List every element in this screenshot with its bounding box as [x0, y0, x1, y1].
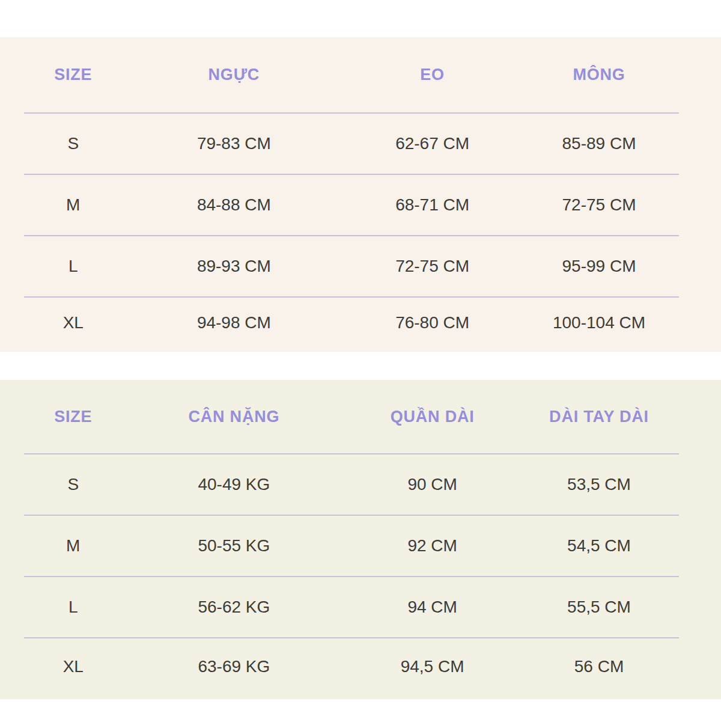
measurement-cell: 56 CM: [519, 638, 679, 695]
measurement-cell: 55,5 CM: [519, 577, 679, 638]
size-label: M: [24, 174, 123, 236]
size-label: M: [24, 515, 123, 577]
measurement-cell: 62-67 CM: [345, 113, 519, 174]
table-row-l: L 89-93 CM 72-75 CM 95-99 CM: [24, 236, 679, 297]
measurement-cell: 68-71 CM: [345, 174, 519, 236]
measurement-cell: 89-93 CM: [123, 236, 346, 297]
measurement-cell: 53,5 CM: [519, 454, 679, 515]
lower-size-chart-table: SIZE CÂN NẶNG QUẦN DÀI DÀI TAY DÀI S 40-…: [24, 380, 679, 695]
header-cell-chest: NGỰC: [123, 37, 346, 113]
table-row-l: L 56-62 KG 94 CM 55,5 CM: [24, 577, 679, 638]
upper-size-chart-table: SIZE NGỰC EO MÔNG S 79-83 CM 62-67 CM 85…: [24, 37, 679, 348]
table-row-s: S 79-83 CM 62-67 CM 85-89 CM: [24, 113, 679, 174]
measurement-cell: 92 CM: [345, 515, 519, 577]
header-cell-waist: EO: [345, 37, 519, 113]
header-cell-hips: MÔNG: [519, 37, 679, 113]
table-row-xl: XL 94-98 CM 76-80 CM 100-104 CM: [24, 297, 679, 348]
size-label: S: [24, 113, 123, 174]
measurement-cell: 76-80 CM: [345, 297, 519, 348]
table-row-m: M 50-55 KG 92 CM 54,5 CM: [24, 515, 679, 577]
header-cell-size: SIZE: [24, 37, 123, 113]
measurement-cell: 95-99 CM: [519, 236, 679, 297]
measurement-cell: 85-89 CM: [519, 113, 679, 174]
header-row: SIZE NGỰC EO MÔNG: [24, 37, 679, 113]
measurement-cell: 40-49 KG: [123, 454, 346, 515]
measurement-cell: 54,5 CM: [519, 515, 679, 577]
measurement-cell: 90 CM: [345, 454, 519, 515]
header-cell-weight: CÂN NẶNG: [123, 380, 346, 454]
measurement-cell: 94-98 CM: [123, 297, 346, 348]
measurement-cell: 72-75 CM: [519, 174, 679, 236]
size-label: S: [24, 454, 123, 515]
measurement-cell: 63-69 KG: [123, 638, 346, 695]
measurement-cell: 94 CM: [345, 577, 519, 638]
header-cell-sleeve-length: DÀI TAY DÀI: [519, 380, 679, 454]
measurement-cell: 50-55 KG: [123, 515, 346, 577]
table-row-m: M 84-88 CM 68-71 CM 72-75 CM: [24, 174, 679, 236]
upper-size-chart-panel: SIZE NGỰC EO MÔNG S 79-83 CM 62-67 CM 85…: [0, 37, 721, 352]
measurement-cell: 79-83 CM: [123, 113, 346, 174]
size-label: XL: [24, 297, 123, 348]
header-row: SIZE CÂN NẶNG QUẦN DÀI DÀI TAY DÀI: [24, 380, 679, 454]
header-cell-size: SIZE: [24, 380, 123, 454]
measurement-cell: 94,5 CM: [345, 638, 519, 695]
header-cell-pants-length: QUẦN DÀI: [345, 380, 519, 454]
measurement-cell: 100-104 CM: [519, 297, 679, 348]
measurement-cell: 72-75 CM: [345, 236, 519, 297]
measurement-cell: 84-88 CM: [123, 174, 346, 236]
table-row-xl: XL 63-69 KG 94,5 CM 56 CM: [24, 638, 679, 695]
size-label: XL: [24, 638, 123, 695]
lower-size-chart-panel: SIZE CÂN NẶNG QUẦN DÀI DÀI TAY DÀI S 40-…: [0, 380, 721, 699]
size-label: L: [24, 577, 123, 638]
size-label: L: [24, 236, 123, 297]
measurement-cell: 56-62 KG: [123, 577, 346, 638]
table-row-s: S 40-49 KG 90 CM 53,5 CM: [24, 454, 679, 515]
